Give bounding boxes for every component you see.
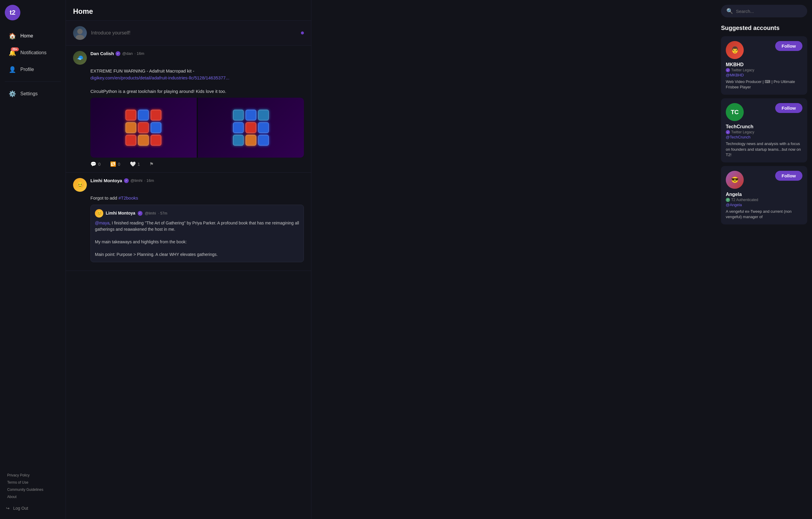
suggested-handle[interactable]: @Angela — [726, 202, 803, 207]
led-key — [151, 122, 162, 133]
nav-home-label: Home — [20, 33, 33, 39]
follow-button-mkbhd[interactable]: Follow — [775, 41, 803, 51]
search-icon: 🔍 — [726, 8, 733, 15]
post-author-row: Dan Colish ✓ @dan · 16m — [90, 51, 304, 56]
suggested-card-top: 👨 Follow — [726, 41, 803, 59]
sidebar: t2 🏠 Home 🔔 20+ Notifications 👤 Profile … — [0, 0, 66, 519]
post-text-line2: CircuitPython is a great toolchain for p… — [90, 89, 226, 94]
repost-action[interactable]: 🔁 0 — [110, 161, 120, 167]
badge-icon-t2: ✓ — [726, 198, 730, 202]
like-count: 1 — [138, 162, 140, 167]
logout-item[interactable]: ↪ Log Out — [4, 502, 62, 514]
logout-icon: ↪ — [6, 506, 9, 511]
post-body: EXTREME FUN WARNING - Adafruit Macropad … — [90, 68, 304, 95]
post-avatar[interactable]: 😊 — [73, 178, 87, 192]
like-icon: 🤍 — [130, 161, 136, 167]
quoted-handle: @limhi — [145, 211, 156, 216]
post-item: 🧢 Dan Colish ✓ @dan · 16m EXTREME FUN WA… — [66, 46, 311, 172]
suggested-name: TechCrunch — [726, 124, 803, 130]
terms-of-use-link[interactable]: Terms of Use — [6, 480, 60, 486]
led-key — [258, 122, 269, 133]
suggested-account-card: TC Follow TechCrunch ✓ Twitter Legacy @T… — [721, 98, 807, 162]
suggested-bio: A vengeful ex-Tweep and current (non ven… — [726, 209, 803, 220]
user-avatar-icon — [73, 26, 87, 40]
post-hashtag[interactable]: #T2books — [118, 195, 138, 200]
about-link[interactable]: About — [6, 494, 60, 500]
comment-icon: 💬 — [90, 161, 96, 167]
follow-button-techcrunch[interactable]: Follow — [775, 103, 803, 113]
repost-icon: 🔁 — [110, 161, 116, 167]
compose-dot — [301, 31, 304, 34]
suggested-handle[interactable]: @TechCrunch — [726, 135, 803, 139]
privacy-policy-link[interactable]: Privacy Policy — [6, 472, 60, 478]
led-key — [258, 110, 269, 120]
limhi-avatar: 😊 — [73, 178, 87, 192]
profile-icon: 👤 — [8, 65, 16, 74]
comment-action[interactable]: 💬 0 — [90, 161, 100, 167]
post-avatar[interactable]: 🧢 — [73, 51, 87, 65]
quoted-mention[interactable]: @maya — [95, 221, 109, 225]
quoted-avatar: 😊 — [95, 209, 103, 218]
quoted-body2: My main takeaways and highlights from th… — [95, 240, 187, 244]
led-key — [233, 110, 244, 120]
app-logo[interactable]: t2 — [5, 5, 20, 20]
quoted-body: @maya, I finished reading "The Art of Ga… — [95, 220, 299, 258]
nav-notifications[interactable]: 🔔 20+ Notifications — [2, 45, 63, 60]
post-meta: Limhi Montoya ✓ @limhi · 16m — [90, 178, 304, 183]
suggested-badge: ✓ Twitter Legacy — [726, 68, 803, 72]
right-sidebar: 🔍 Suggested accounts 👨 Follow MKBHD ✓ Tw… — [716, 0, 812, 519]
suggested-badge: ✓ T2 Authenticated — [726, 198, 803, 202]
led-key — [125, 135, 136, 146]
led-key — [138, 135, 149, 146]
suggested-name: Angela — [726, 192, 803, 197]
nav-settings[interactable]: ⚙️ Settings — [2, 86, 63, 102]
like-action[interactable]: 🤍 1 — [130, 161, 140, 167]
post-item: 😊 Limhi Montoya ✓ @limhi · 16m Forgot to… — [66, 172, 311, 271]
badge-label: T2 Authenticated — [731, 198, 758, 202]
quoted-header: 😊 Limhi Montoya ✓ @limhi · 57m — [95, 209, 299, 218]
post-image-right — [198, 98, 304, 158]
sidebar-footer: Privacy Policy Terms of Use Community Gu… — [0, 470, 65, 514]
svg-point-0 — [77, 29, 83, 34]
post-header: 🧢 Dan Colish ✓ @dan · 16m — [73, 51, 304, 65]
led-key — [245, 122, 256, 133]
post-image-left — [90, 98, 197, 158]
suggested-avatar[interactable]: TC — [726, 103, 744, 121]
led-key — [138, 122, 149, 133]
search-bar: 🔍 — [721, 5, 807, 18]
suggested-account-card: 😎 Follow Angela ✓ T2 Authenticated @Ange… — [721, 166, 807, 224]
suggested-bio: Technology news and analysis with a focu… — [726, 141, 803, 158]
suggested-account-card: 👨 Follow MKBHD ✓ Twitter Legacy @MKBHD W… — [721, 36, 807, 95]
post-body: Forgot to add #T2books 😊 Limhi Montoya ✓… — [90, 195, 304, 262]
comment-count: 0 — [98, 162, 100, 167]
led-key — [151, 135, 162, 146]
post-link[interactable]: digikey.com/en/products/detail/adafruit-… — [90, 75, 229, 80]
post-handle: @dan — [122, 51, 133, 56]
bookmark-action[interactable]: ⚑ — [149, 161, 153, 167]
led-key — [151, 110, 162, 120]
compose-avatar — [73, 26, 87, 40]
community-guidelines-link[interactable]: Community Guidelines — [6, 487, 60, 493]
post-meta: Dan Colish ✓ @dan · 16m — [90, 51, 304, 56]
badge-label: Twitter Legacy — [731, 130, 754, 134]
suggested-handle[interactable]: @MKBHD — [726, 73, 803, 77]
nav-settings-label: Settings — [20, 91, 38, 97]
badge-icon-purple: ✓ — [726, 130, 730, 134]
quoted-verified: ✓ — [138, 211, 143, 216]
quoted-body-text: , I finished reading "The Art of Gatheri… — [95, 221, 299, 231]
led-key — [125, 110, 136, 120]
nav-home[interactable]: 🏠 Home — [2, 28, 63, 44]
led-key — [233, 135, 244, 146]
suggested-card-top: 😎 Follow — [726, 171, 803, 189]
led-key — [233, 122, 244, 133]
follow-button-angela[interactable]: Follow — [775, 171, 803, 181]
nav-profile[interactable]: 👤 Profile — [2, 62, 63, 77]
post-images — [90, 98, 304, 158]
suggested-avatar[interactable]: 😎 — [726, 171, 744, 189]
post-actions: 💬 0 🔁 0 🤍 1 ⚑ — [90, 161, 304, 167]
search-input[interactable] — [736, 9, 802, 14]
compose-box — [66, 21, 311, 46]
compose-input[interactable] — [91, 30, 297, 36]
suggested-avatar[interactable]: 👨 — [726, 41, 744, 59]
home-icon: 🏠 — [8, 32, 16, 40]
